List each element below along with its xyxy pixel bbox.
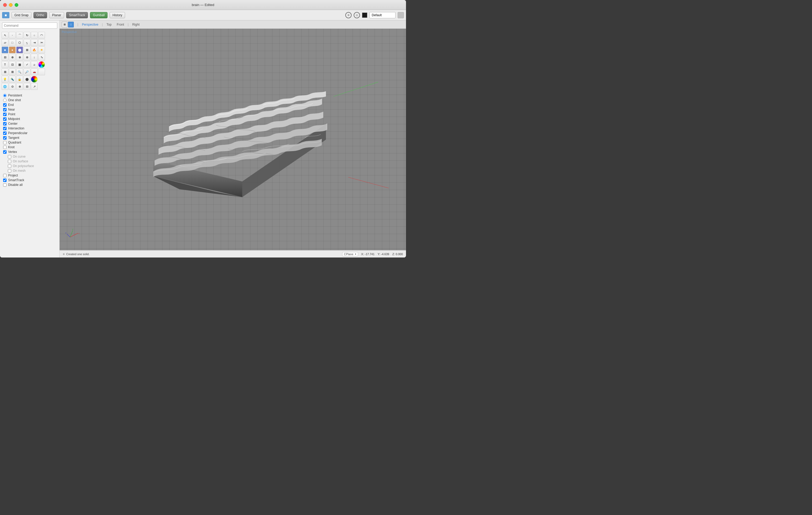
arrow-tool[interactable]: ↗ [31, 83, 38, 90]
snap-project[interactable]: Project [3, 173, 56, 178]
command-input[interactable] [2, 23, 57, 29]
midpoint-checkbox[interactable] [3, 117, 6, 121]
tab-right[interactable]: Right [130, 22, 142, 27]
globe-tool[interactable]: 🌐 [2, 83, 8, 90]
snap-perpendicular[interactable]: Perpendicular [3, 131, 56, 135]
smarttrack-button[interactable]: SmartTrack [66, 12, 88, 18]
color-wheel-tool[interactable] [38, 61, 45, 68]
smarttrack-checkbox[interactable] [3, 179, 6, 182]
oncurve-checkbox[interactable] [8, 155, 11, 158]
rect-tool[interactable]: ▱ [2, 39, 8, 46]
snap-point[interactable]: Point [3, 112, 56, 117]
snap-near[interactable]: Near [3, 107, 56, 112]
snap-knot[interactable]: Knot [3, 145, 56, 150]
grid-view-icon[interactable]: ⊞ [62, 22, 67, 27]
find-tool[interactable]: ⌕ [31, 61, 38, 68]
snap-oneshot[interactable]: One shot [3, 98, 56, 102]
snap-persistent[interactable]: Persistent [3, 93, 56, 98]
sidebar-toggle[interactable] [398, 12, 404, 18]
snap-onmesh[interactable]: On mesh [3, 169, 56, 173]
zoom-tool[interactable]: 🔍 [16, 68, 23, 75]
flame-tool[interactable]: 🔥 [31, 47, 38, 53]
select-tool[interactable]: ↖ [2, 32, 8, 39]
perpendicular-checkbox[interactable] [3, 131, 6, 135]
snap-center[interactable]: Center [3, 121, 56, 126]
extrude-tool[interactable]: ■ [2, 47, 8, 53]
scale-tool[interactable]: ⤡ [38, 54, 45, 61]
cylinder-tool[interactable]: ⬤ [16, 47, 23, 53]
quadrant-checkbox[interactable] [3, 141, 6, 144]
fillet-tool[interactable]: ╮ [24, 39, 30, 46]
hatch-tool[interactable]: ▦ [16, 61, 23, 68]
persistent-radio[interactable] [3, 94, 6, 97]
project-checkbox[interactable] [3, 174, 6, 177]
snap-vertex[interactable]: Vertex [3, 150, 56, 154]
single-view-icon[interactable]: □ [68, 22, 74, 27]
dim-tool[interactable]: ⊡ [9, 61, 16, 68]
arc-tool[interactable]: ◠ [38, 32, 45, 39]
onpolysurface-checkbox[interactable] [8, 164, 11, 168]
minimize-button[interactable] [9, 3, 12, 7]
near-checkbox[interactable] [3, 108, 6, 111]
ortho-button[interactable]: Ortho [33, 12, 47, 18]
poly-tool[interactable]: ⬡ [16, 39, 23, 46]
snap-midpoint[interactable]: Midpoint [3, 117, 56, 121]
box-tool[interactable]: □ [9, 39, 16, 46]
lock-tool[interactable]: 🔒 [16, 76, 23, 83]
default-dropdown[interactable]: Default [369, 12, 396, 18]
cplane-dropdown[interactable]: CPlane ▾ [342, 252, 358, 256]
mesh-tool[interactable]: ⊞ [24, 47, 30, 53]
grid-snap-button[interactable]: Grid Snap [11, 12, 31, 18]
onmesh-checkbox[interactable] [8, 169, 11, 173]
tangent-checkbox[interactable] [3, 136, 6, 140]
circle-tool[interactable]: ○ [31, 32, 38, 39]
disableall-checkbox[interactable] [3, 183, 6, 187]
snap-smarttrack[interactable]: SmartTrack [3, 178, 56, 182]
target-icon[interactable]: ⊕ [345, 12, 352, 18]
snap-tangent[interactable]: Tangent [3, 135, 56, 140]
car-tool[interactable]: 🚗 [31, 68, 38, 75]
offset-tool[interactable]: ⇥ [31, 39, 38, 46]
mirror-tool[interactable]: ⊟ [2, 54, 8, 61]
search-tool[interactable]: 🔎 [24, 68, 30, 75]
cam-tool[interactable]: ⊟ [24, 83, 30, 90]
color2-tool[interactable] [31, 76, 38, 83]
curve-tool[interactable]: ⌒ [16, 32, 23, 39]
bulb-tool[interactable]: 💡 [2, 76, 8, 83]
sphere2-tool[interactable]: ⊙ [9, 83, 16, 90]
move-tool[interactable]: ↕ [31, 54, 38, 61]
material-tool[interactable]: ⬤ [24, 76, 30, 83]
vertex-checkbox[interactable] [3, 150, 6, 154]
snap-oncurve[interactable]: On curve [3, 154, 56, 159]
tab-top[interactable]: Top [105, 22, 114, 27]
magnet-tool[interactable]: ⊞ [9, 68, 16, 75]
zoom2-tool[interactable]: ⊕ [16, 83, 23, 90]
grid-tool[interactable]: ⊞ [2, 68, 8, 75]
point-checkbox[interactable] [3, 113, 6, 116]
history-button[interactable]: History [110, 12, 125, 18]
point-tool[interactable]: · [9, 32, 16, 39]
snap-onpolysurface[interactable]: On polysurface [3, 164, 56, 169]
oneshot-radio[interactable] [3, 98, 6, 102]
snap-end[interactable]: End [3, 102, 56, 107]
target2-tool[interactable] [38, 68, 45, 75]
intersection-checkbox[interactable] [3, 127, 6, 130]
sphere-tool[interactable]: ● [9, 47, 16, 53]
trim-tool[interactable]: ✂ [38, 39, 45, 46]
lamp-tool[interactable]: 🔦 [9, 76, 16, 83]
copy-tool[interactable]: ⊜ [24, 54, 30, 61]
onsurface-checkbox[interactable] [8, 160, 11, 163]
close-button[interactable] [3, 3, 7, 7]
snap-disableall[interactable]: Disable all [3, 182, 56, 187]
viewport-canvas[interactable]: Perspective [60, 29, 406, 250]
rotate-tool[interactable]: ↻ [24, 32, 30, 39]
maximize-button[interactable] [14, 3, 18, 7]
boolean-tool[interactable]: ⊕ [9, 54, 16, 61]
snap-quadrant[interactable]: Quadrant [3, 140, 56, 145]
knot-checkbox[interactable] [3, 146, 6, 149]
center-checkbox[interactable] [3, 122, 6, 125]
split-tool[interactable]: ⊗ [16, 54, 23, 61]
sun-tool[interactable]: ☀ [38, 47, 45, 53]
end-checkbox[interactable] [3, 103, 6, 107]
circle-target-icon[interactable]: ◎ [354, 12, 360, 18]
